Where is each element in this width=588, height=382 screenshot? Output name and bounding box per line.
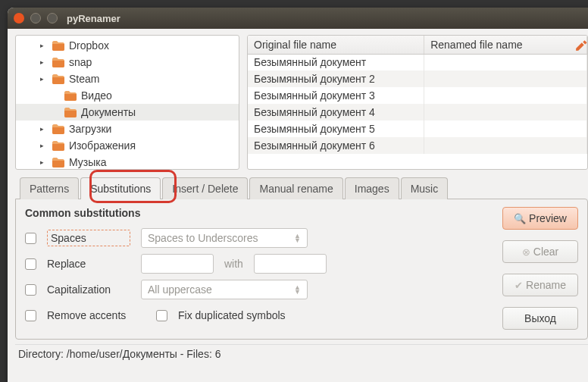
- rename-button[interactable]: ✔ Rename: [502, 274, 578, 296]
- cell-renamed: [424, 121, 587, 137]
- accents-checkbox[interactable]: [25, 310, 36, 321]
- exit-button-label: Выход: [524, 312, 556, 324]
- tree-item[interactable]: ▸snap: [16, 54, 239, 70]
- tree-item[interactable]: ▸Dropbox: [16, 37, 239, 54]
- chevron-updown-icon: ▲▼: [294, 233, 301, 243]
- tree-item[interactable]: ▸Видео: [16, 87, 239, 104]
- tab-substitutions[interactable]: Substitutions: [80, 177, 161, 199]
- folder-icon: [52, 158, 64, 168]
- expander-icon[interactable]: ▸: [40, 142, 48, 149]
- folder-icon: [52, 41, 64, 51]
- table-row[interactable]: Безымянный документ 2: [248, 70, 587, 87]
- replace-label: Replace: [47, 258, 130, 270]
- tree-item[interactable]: ▸Загрузки: [16, 121, 239, 137]
- spaces-combo[interactable]: Spaces to Underscores ▲▼: [141, 228, 308, 248]
- tab-images[interactable]: Images: [345, 177, 399, 199]
- tabs-row: Patterns Substitutions Insert / Delete M…: [15, 174, 588, 199]
- tree-item[interactable]: ▸Документы: [16, 104, 239, 121]
- section-title: Common substitutions: [25, 207, 492, 219]
- file-table[interactable]: Original file name Renamed file name Без…: [248, 36, 587, 154]
- spaces-label: Spaces: [47, 230, 130, 246]
- accents-label: Remove accents: [47, 309, 145, 321]
- settings-icon[interactable]: [574, 39, 588, 55]
- fix-duplicated-checkbox[interactable]: [156, 310, 167, 321]
- tabs-area: Patterns Substitutions Insert / Delete M…: [15, 174, 588, 340]
- cell-renamed: [424, 87, 587, 104]
- exit-button[interactable]: Выход: [502, 307, 578, 330]
- cell-original: Безымянный документ 5: [248, 121, 424, 137]
- expander-icon[interactable]: ▸: [40, 125, 48, 133]
- expander-icon[interactable]: ▸: [40, 42, 48, 49]
- capitalization-combo-value: All uppercase: [148, 283, 212, 296]
- content-area: ▸Dropbox▸snap▸Steam▸Видео▸Документы▸Загр…: [8, 29, 588, 382]
- tree-item[interactable]: ▸Изображения: [16, 137, 239, 154]
- tab-insert-delete[interactable]: Insert / Delete: [162, 177, 248, 199]
- with-label: with: [224, 258, 243, 270]
- tree-label: Dropbox: [69, 39, 109, 52]
- expander-icon[interactable]: ▸: [40, 58, 48, 66]
- fix-duplicated-label: Fix duplicated symbols: [178, 309, 286, 321]
- table-row[interactable]: Безымянный документ: [248, 54, 587, 70]
- table-row[interactable]: Безымянный документ 4: [248, 104, 587, 121]
- col-original[interactable]: Original file name: [248, 36, 424, 54]
- cell-original: Безымянный документ: [248, 54, 424, 70]
- col-renamed[interactable]: Renamed file name: [424, 36, 587, 54]
- tree-label: snap: [69, 56, 92, 68]
- tab-music[interactable]: Music: [401, 177, 449, 199]
- folder-icon: [64, 108, 77, 117]
- cell-original: Безымянный документ 3: [248, 87, 424, 104]
- status-text: Directory: /home/user/Документы - Files:…: [18, 348, 220, 360]
- expander-icon[interactable]: ▸: [40, 158, 48, 166]
- spaces-checkbox[interactable]: [25, 233, 36, 244]
- tree-item[interactable]: ▸Музыка: [16, 154, 239, 170]
- replace-to-input[interactable]: [254, 254, 327, 274]
- rename-button-label: Rename: [526, 279, 566, 291]
- clear-button-label: Clear: [533, 246, 558, 258]
- search-icon: 🔍: [514, 213, 526, 224]
- expander-icon[interactable]: ▸: [40, 75, 48, 83]
- status-bar: Directory: /home/user/Документы - Files:…: [15, 344, 588, 362]
- tree-label: Изображения: [69, 139, 136, 152]
- capitalization-combo[interactable]: All uppercase ▲▼: [141, 280, 308, 299]
- window-minimize-button[interactable]: [30, 13, 41, 23]
- folder-icon: [52, 58, 64, 67]
- tree-label: Документы: [81, 106, 136, 118]
- replace-checkbox[interactable]: [25, 258, 36, 270]
- preview-button[interactable]: 🔍 Preview: [502, 207, 578, 230]
- cell-renamed: [424, 54, 587, 70]
- check-icon: ✔: [514, 280, 523, 291]
- replace-from-input[interactable]: [141, 254, 214, 274]
- cell-original: Безымянный документ 6: [248, 137, 424, 154]
- folder-icon: [52, 124, 64, 134]
- cell-renamed: [424, 137, 587, 154]
- cell-original: Безымянный документ 2: [248, 70, 424, 87]
- tab-body-substitutions: Common substitutions Spaces Spaces to Un…: [15, 199, 588, 340]
- tree-item[interactable]: ▸Steam: [16, 70, 239, 87]
- preview-button-label: Preview: [529, 212, 567, 224]
- window-maximize-button[interactable]: [47, 13, 58, 23]
- top-panels: ▸Dropbox▸snap▸Steam▸Видео▸Документы▸Загр…: [15, 35, 588, 170]
- file-list-pane: Original file name Renamed file name Без…: [247, 35, 588, 170]
- table-row[interactable]: Безымянный документ 5: [248, 121, 587, 137]
- cell-renamed: [424, 104, 587, 121]
- folder-icon: [52, 74, 64, 84]
- capitalization-checkbox[interactable]: [25, 284, 36, 296]
- clear-button[interactable]: ⊗ Clear: [502, 240, 578, 263]
- window-close-button[interactable]: [14, 13, 24, 23]
- tree-label: Steam: [69, 73, 99, 85]
- cell-original: Безымянный документ 4: [248, 104, 424, 121]
- spaces-combo-value: Spaces to Underscores: [148, 232, 258, 244]
- tab-manual-rename[interactable]: Manual rename: [249, 177, 342, 199]
- table-row[interactable]: Безымянный документ 6: [248, 137, 587, 154]
- capitalization-label: Capitalization: [47, 283, 130, 296]
- tree-label: Видео: [81, 89, 112, 102]
- table-row[interactable]: Безымянный документ 3: [248, 87, 587, 104]
- window-title: pyRenamer: [67, 13, 120, 24]
- tree-label: Загрузки: [69, 123, 111, 135]
- clear-icon: ⊗: [522, 246, 530, 258]
- tree-label: Музыка: [69, 156, 107, 168]
- folder-tree[interactable]: ▸Dropbox▸snap▸Steam▸Видео▸Документы▸Загр…: [15, 35, 239, 170]
- tab-patterns[interactable]: Patterns: [20, 177, 79, 199]
- chevron-updown-icon: ▲▼: [294, 285, 301, 294]
- folder-icon: [64, 91, 77, 101]
